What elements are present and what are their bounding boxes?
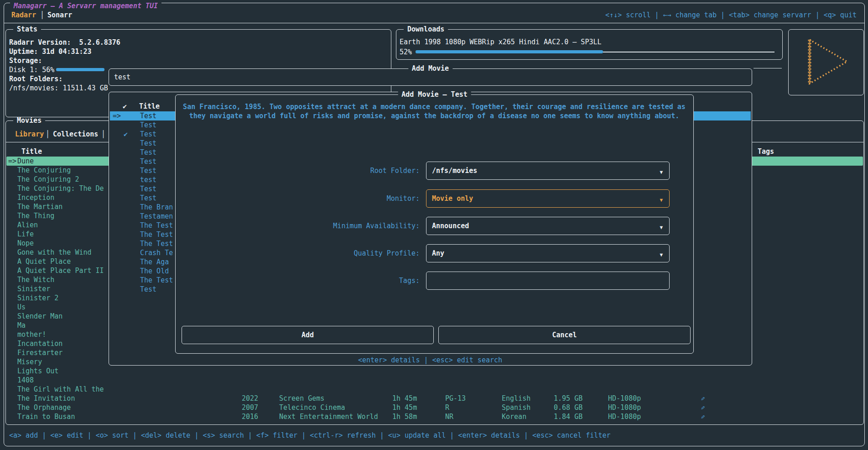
monitor-label: Monitor: [176,194,420,203]
result-title: The Test [140,221,173,230]
add-movie-modal: Add Movie – Test San Francisco, 1985. Tw… [175,94,694,354]
edit-pencil-icon: ✎ [701,412,705,421]
movie-size: 1.84 GB [554,412,582,421]
chevron-down-icon: ▼ [660,168,663,177]
selection-arrow: => [8,157,16,166]
stat-root-folders-label: Root Folders: [9,74,62,84]
root-folder-select[interactable]: /nfs/movies ▼ [426,162,670,180]
movie-title: Alien [17,220,38,230]
logo-panel [788,29,864,95]
stats-panel-title: Stats [13,25,41,34]
library-row[interactable]: The Invitation2022Screen Gems1h 45mPG-13… [6,394,863,403]
result-title: Test [140,166,156,175]
panel-border-fragment [754,68,782,68]
result-title: Test [140,130,156,139]
movie-title: mother! [17,330,46,339]
download-item-title: Earth 1998 1080p WEBRip x265 Hindi AAC2.… [400,37,602,47]
movie-title: Ma [17,321,26,330]
topbar-separator [4,23,865,23]
result-title: The Aga [140,257,169,267]
stat-storage-label: Storage: [9,56,42,65]
quality-profile-select[interactable]: Any ▼ [426,244,670,262]
movie-title: Train to Busan [17,412,75,421]
movie-year: 2016 [242,412,258,421]
movie-rating: NR [445,412,453,421]
add-movie-search-box[interactable]: Add Movie test [109,68,752,86]
library-row[interactable]: The Orphanage2007Telecinco Cinema1h 45mR… [6,403,863,412]
minimum-availability-value: Announced [432,221,469,230]
tags-label: Tags: [176,276,420,285]
root-folder-label: Root Folder: [176,166,420,175]
edit-pencil-icon: ✎ [701,403,705,412]
chevron-down-icon: ▼ [660,196,663,205]
movie-title: The Conjuring [17,166,71,175]
download-progress-bar [416,50,603,53]
movie-language: Spanish [502,403,530,412]
library-row[interactable]: 1408 [6,376,863,385]
results-help-keybinds: <enter> details | <esc> edit search [109,356,751,365]
add-movie-search-title: Add Movie [408,64,452,73]
movie-title: The Invitation [17,394,75,403]
managarr-screen: Managarr – A Servarr management TUI Rada… [0,0,868,450]
tab-radarr[interactable]: Radarr [11,10,36,20]
result-title: test [140,175,156,184]
library-tab-divider-2: │ [101,130,105,139]
movies-panel-title: Movies [13,116,45,125]
movie-title: Lights Out [17,366,58,376]
movie-title: 1408 [17,376,34,385]
movie-studio: Telecinco Cinema [279,403,345,412]
library-tab-divider: │ [46,130,50,139]
movie-title: The Orphanage [17,403,71,412]
app-title: Managarr – A Servarr management TUI [10,1,161,10]
tags-input[interactable] [426,272,670,290]
tab-library[interactable]: Library [15,130,44,139]
movie-description-line-1: San Francisco, 1985. Two opposites attra… [176,102,693,111]
movie-description-line-2: they navigate a world full of risks and … [176,111,693,120]
tab-divider: │ [40,10,44,20]
managarr-logo-icon [789,30,863,94]
add-movie-modal-title: Add Movie – Test [398,90,471,99]
top-keybinds: <↑↓> scroll | ←→ change tab | <tab> chan… [605,10,857,20]
result-title: Testamen [140,212,173,221]
movie-runtime: 1h 45m [392,394,417,403]
movie-year: 2022 [242,394,258,403]
bottom-keybinds: <a> add | <e> edit | <o> sort | <del> de… [9,431,611,440]
stat-uptime: Uptime: 31d 04:31:23 [9,47,92,56]
library-row[interactable]: The Girl with All the [6,385,863,394]
cancel-button[interactable]: Cancel [438,326,691,344]
library-row[interactable]: Train to Busan2016Next Entertainment Wor… [6,412,863,421]
disk-usage-bar [56,68,104,71]
movie-title: The Conjuring: The De [17,184,104,193]
stat-radarr-version: Radarr Version: 5.2.6.8376 [9,38,120,47]
quality-profile-value: Any [432,249,444,258]
movie-runtime: 1h 58m [392,412,417,421]
movie-title: Us [17,303,26,312]
result-title: Test [140,120,156,130]
movie-title: The Thing [17,211,54,220]
result-title: The Test [140,239,173,248]
library-row[interactable]: Lights Out [6,366,863,376]
monitor-value: Movie only [432,194,473,203]
movie-quality: HD-1080p [608,394,641,403]
result-title: The Test [140,276,173,285]
result-title: Test [140,184,156,194]
result-title: Test [140,194,156,203]
tab-sonarr[interactable]: Sonarr [47,10,72,20]
download-progress-track [603,52,774,52]
add-button[interactable]: Add [182,326,434,344]
tab-collections[interactable]: Collections [53,130,98,139]
result-title: Test [140,148,156,157]
root-folder-value: /nfs/movies [432,166,477,175]
minimum-availability-select[interactable]: Announced ▼ [426,217,670,235]
downloads-panel-title: Downloads [404,25,448,34]
result-title: The Old [140,267,169,276]
movie-quality: HD-1080p [608,412,641,421]
movie-title: The Witch [17,275,54,284]
monitor-select[interactable]: Movie only ▼ [426,189,670,208]
stat-root-folder: /nfs/movies: 11511.43 GB [9,84,108,93]
result-title: The Test [140,230,173,239]
library-header-tags: Tags [758,147,774,156]
movie-title: A Quiet Place Part II [17,266,104,275]
result-title: Crash Te [140,248,173,257]
add-movie-search-input[interactable]: test [114,73,130,82]
